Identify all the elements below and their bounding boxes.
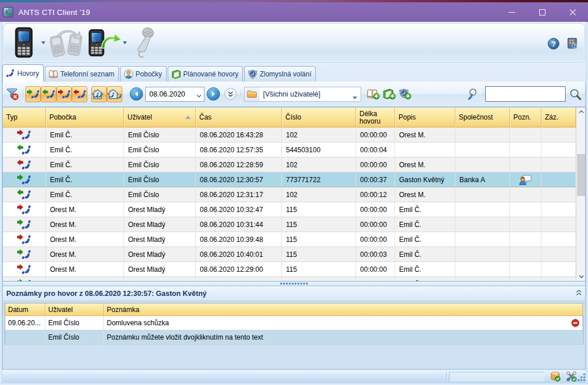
dial-button[interactable]: [7, 26, 40, 60]
chevron-up-icon: [579, 110, 584, 113]
tab-strip: HovoryTelefonní seznamPobočkyPlánované h…: [2, 64, 586, 82]
call-row-9[interactable]: Orest M.Orest Mladý08.06.2020 10:40:0111…: [3, 247, 576, 262]
column-header-uzivatel[interactable]: Uživatel: [124, 107, 196, 128]
note-cell-poznamka[interactable]: Poznámku můžete vložit dvojkliknutím na …: [104, 330, 583, 344]
users-filter-combobox[interactable]: [Všichni uživatelé]: [244, 87, 361, 102]
cell-uzivatel: Emil Číslo: [124, 172, 196, 187]
next-day-button[interactable]: [207, 87, 220, 101]
call-row-11[interactable]: Orest M.Orest Mladý08.06.2020 12:31:1811…: [3, 277, 576, 281]
advanced-search-button[interactable]: [464, 88, 481, 100]
notes-column-header-datum[interactable]: Datum: [5, 303, 45, 315]
tab-pobocky[interactable]: Pobočky: [120, 66, 167, 82]
vertical-scrollbar[interactable]: [576, 107, 585, 281]
cell-pozn: [510, 247, 541, 261]
keypad-help-icon[interactable]: [567, 38, 577, 49]
record-button: [130, 26, 163, 60]
column-header-zaz[interactable]: Záz.: [541, 107, 576, 128]
dial-dropdown-arrow[interactable]: [40, 26, 47, 60]
tab-planovane-hovory[interactable]: Plánované hovory: [168, 66, 243, 82]
call-outgoing-missed-icon: [17, 159, 31, 171]
column-header-label: Uživatel: [127, 114, 152, 121]
call-row-7[interactable]: Orest M.Orest Mladý08.06.2020 10:31:4411…: [3, 217, 576, 232]
cell-cas: 08.06.2020 12:28:59: [196, 157, 282, 172]
notes-column-header-poznamka[interactable]: Poznámka: [104, 303, 583, 315]
search-button[interactable]: [566, 88, 585, 100]
column-header-pobocka[interactable]: Pobočka: [46, 107, 124, 128]
cell-typ: [3, 232, 46, 247]
help-icon[interactable]: [548, 38, 559, 49]
filter-internal-calls-toggle[interactable]: [91, 86, 107, 102]
cell-delka: 00:00:04: [356, 143, 395, 157]
cell-cislo: 102: [282, 128, 356, 142]
search-input[interactable]: [485, 86, 566, 102]
maximize-button[interactable]: [527, 2, 558, 22]
call-row-10[interactable]: Orest M.Orest Mladý08.06.2020 12:29:0011…: [3, 262, 576, 277]
folder-icon: [245, 87, 260, 101]
tab-telefonni-seznam[interactable]: Telefonní seznam: [45, 66, 119, 82]
column-header-cas[interactable]: Čas: [196, 107, 282, 128]
filter-incoming-missed-toggle[interactable]: [56, 86, 72, 102]
date-value: 08.06.2020: [149, 90, 185, 98]
filter-incoming-answered-toggle[interactable]: [25, 86, 41, 102]
folder-icon: [247, 89, 257, 99]
prev-day-button[interactable]: [130, 87, 143, 101]
statusbar-separator: [563, 372, 563, 381]
filter-outgoing-missed-toggle[interactable]: [72, 86, 87, 102]
column-header-pozn[interactable]: Pozn.: [510, 107, 541, 128]
scroll-up-button[interactable]: [577, 107, 586, 116]
notes-panel-header: Poznámky pro hovor z 08.06.2020 12:30:57…: [3, 286, 585, 301]
pickup-dropdown-arrow[interactable]: [121, 26, 128, 60]
add-planned-call-button[interactable]: [382, 88, 398, 99]
delete-note-button[interactable]: [571, 319, 579, 329]
microphone-icon: [132, 26, 161, 60]
minimize-button[interactable]: [497, 2, 527, 22]
add-to-phonebook-button[interactable]: [366, 88, 382, 99]
tab-zlomyslna-volani[interactable]: Zlomyslná volání: [244, 66, 316, 82]
pickup-hangup-button[interactable]: [86, 26, 121, 60]
column-header-spolecnost[interactable]: Společnost: [455, 107, 510, 128]
filter-external-calls-toggle[interactable]: [107, 86, 122, 102]
call-incoming-answered-icon: [17, 279, 31, 282]
column-header-typ[interactable]: Typ: [3, 107, 46, 128]
note-row-2[interactable]: Emil ČísloPoznámku můžete vložit dvojkli…: [5, 330, 583, 345]
dropdown-arrow-icon: [123, 41, 127, 44]
scrollbar-thumb[interactable]: [577, 154, 585, 196]
splitter[interactable]: [2, 282, 586, 286]
call-row-4[interactable]: Emil Č.Emil Číslo08.06.2020 12:30:577737…: [3, 172, 576, 187]
call-row-5[interactable]: Emil Č.Emil Číslo08.06.2020 12:31:171020…: [3, 187, 576, 202]
column-header-cislo[interactable]: Číslo: [282, 107, 356, 128]
call-row-8[interactable]: Orest M.Orest Mladý08.06.2020 10:39:4811…: [3, 232, 576, 247]
planned-calls-icon: [172, 70, 181, 79]
call-row-1[interactable]: Emil Č.Emil Číslo08.06.2020 16:43:281020…: [3, 128, 576, 143]
note-row-1[interactable]: 09.06.20...Emil ČísloDomluvena schůzka: [5, 316, 583, 330]
cell-uzivatel: Emil Číslo: [124, 157, 196, 172]
column-header-delka[interactable]: Délka hovoru: [356, 107, 395, 128]
close-button[interactable]: [558, 2, 588, 22]
resize-grip[interactable]: [578, 374, 586, 382]
call-row-6[interactable]: Orest M.Orest Mladý08.06.2020 10:32:4711…: [3, 202, 576, 217]
cell-zaz: [541, 128, 576, 142]
database-icon: [550, 371, 560, 382]
column-header-label: Pozn.: [513, 114, 531, 121]
scroll-down-button[interactable]: [577, 272, 586, 281]
cell-popis: Gaston Květný: [395, 172, 455, 187]
call-row-2[interactable]: Emil Č.Emil Číslo08.06.2020 12:57:355445…: [3, 143, 576, 157]
cell-uzivatel: Orest Mladý: [124, 217, 196, 232]
cell-cas: 08.06.2020 16:43:28: [196, 128, 282, 142]
call-row-3[interactable]: Emil Č.Emil Číslo08.06.2020 12:28:591020…: [3, 157, 576, 172]
tab-hovory[interactable]: Hovory: [2, 64, 44, 82]
dropdown-arrow-icon: [41, 41, 45, 44]
date-input[interactable]: 08.06.2020: [145, 87, 204, 102]
expand-date-options-button[interactable]: [225, 88, 237, 100]
call-outgoing-answered-icon: [42, 89, 55, 99]
cell-cislo: 102: [282, 157, 356, 172]
collapse-notes-button[interactable]: [576, 290, 582, 298]
notes-column-header-uzivatel[interactable]: Uživatel: [45, 303, 104, 315]
filter-outgoing-answered-toggle[interactable]: [41, 86, 56, 102]
clear-filter-button[interactable]: [4, 88, 21, 101]
users-dropdown-icon[interactable]: [353, 93, 357, 101]
column-header-popis[interactable]: Popis: [395, 107, 455, 128]
date-dropdown-icon[interactable]: [196, 91, 202, 99]
cell-spolecnost: [455, 217, 510, 232]
add-malicious-call-button[interactable]: [398, 88, 413, 99]
